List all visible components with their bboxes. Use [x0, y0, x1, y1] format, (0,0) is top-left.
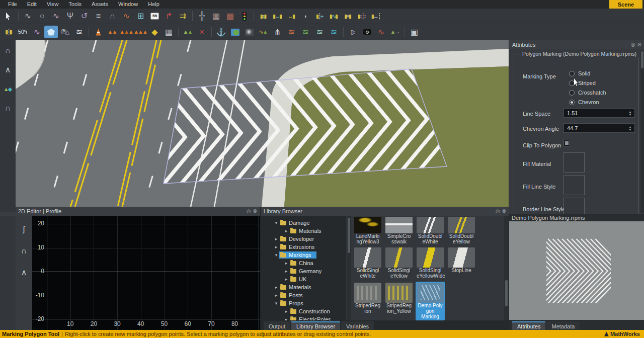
- tree-item-germany[interactable]: ▸Germany: [261, 267, 346, 275]
- lidar-tool[interactable]: ∿▲: [257, 26, 270, 38]
- lane-height-tool[interactable]: ▮↕┊↕: [355, 10, 369, 23]
- scrollbar-thumb[interactable]: [641, 51, 643, 68]
- panel-float-icon[interactable]: ◎: [496, 209, 500, 214]
- viewport-3d[interactable]: [16, 40, 509, 207]
- asset-tile[interactable]: StripedRegion: [353, 282, 382, 315]
- chevron-angle-field[interactable]: ▲ ▼: [564, 123, 635, 133]
- cone-tool[interactable]: [92, 26, 105, 38]
- point-graph-tool[interactable]: ⋔: [271, 26, 284, 38]
- crosswalk-road-tool[interactable]: ≡: [92, 10, 105, 23]
- curb-tool[interactable]: ◗: [299, 10, 312, 23]
- menu-help[interactable]: Help: [143, 0, 165, 9]
- export-scene-tool[interactable]: ▲→: [388, 26, 402, 38]
- lane-width-tool[interactable]: ▮↕▮: [257, 10, 270, 23]
- layers-terrain-tool[interactable]: ≋: [299, 26, 312, 38]
- chevron-angle-spinner[interactable]: ▲ ▼: [627, 124, 633, 132]
- radio-button[interactable]: [569, 100, 575, 105]
- lane-span-tool[interactable]: ▮↔▮: [271, 10, 284, 23]
- attributes-scrollbar[interactable]: [640, 50, 644, 213]
- panel-close-icon[interactable]: ⊗: [637, 42, 641, 47]
- lane-marking-tool[interactable]: ▮┊▮: [2, 26, 16, 38]
- layers-pin-tool[interactable]: ≋: [327, 26, 341, 38]
- tree-item-extrusions[interactable]: ▸Extrusions: [261, 243, 346, 251]
- anchor-tool[interactable]: ⚓: [214, 26, 228, 38]
- road-duplicate-tool[interactable]: ⊞: [134, 10, 147, 23]
- chevron-down-icon[interactable]: ▾: [274, 301, 279, 306]
- menu-tools[interactable]: Tools: [63, 0, 87, 9]
- asset-tile[interactable]: SolidSingleYellowWide: [416, 246, 445, 280]
- lane-crossing-tool[interactable]: ▮×▮: [341, 10, 355, 23]
- marking-type-option-crosshatch[interactable]: Crosshatch: [569, 89, 606, 96]
- tree-item-markings[interactable]: ▾Markings: [261, 251, 346, 259]
- line-space-spinner[interactable]: ▲ ▼: [627, 109, 633, 117]
- marking-type-option-chevron[interactable]: Chevron: [569, 99, 599, 106]
- profile-arc2-tool[interactable]: ∩: [2, 103, 14, 114]
- display-tool[interactable]: ▣: [408, 26, 421, 38]
- lane-chop-tool[interactable]: ↱: [162, 10, 176, 23]
- speed-limit-sign-tool[interactable]: 55: [148, 10, 162, 23]
- asset-tile[interactable]: SimpleCrosswalk: [384, 216, 414, 245]
- lane-connect-tool[interactable]: ⇉: [176, 10, 190, 23]
- profile-angle-tool[interactable]: ∧: [2, 64, 14, 75]
- asset-tile[interactable]: StripedRegion_Yellow: [384, 282, 414, 315]
- chevron-right-icon[interactable]: ▸: [284, 261, 289, 266]
- road-plan-tool[interactable]: ∿: [21, 10, 35, 23]
- asset-tile[interactable]: SolidSingleYellow: [384, 246, 414, 280]
- border-line-style-swatch[interactable]: [564, 198, 585, 214]
- elevation-map-tool[interactable]: [243, 26, 256, 38]
- chevron-right-icon[interactable]: ▸: [274, 244, 279, 249]
- prop-utilities-tool[interactable]: ×: [195, 26, 209, 38]
- scrollbar-thumb[interactable]: [505, 280, 508, 306]
- menu-edit[interactable]: Edit: [22, 0, 42, 9]
- cone-pair-tool[interactable]: ▲▲: [106, 26, 119, 38]
- junction-style-tool[interactable]: ▩: [223, 10, 237, 23]
- asset-tile[interactable]: SolidSingleWhite: [353, 246, 382, 280]
- road-fork-tool[interactable]: Ψ: [63, 10, 77, 23]
- spline-road-tool[interactable]: ∿: [49, 10, 63, 23]
- lane-add-tool[interactable]: ▮┊+: [313, 10, 327, 23]
- polygon-marking-tool[interactable]: [44, 26, 58, 38]
- select-tool[interactable]: [2, 10, 16, 23]
- cone-group-tool[interactable]: ▲▲▲: [120, 26, 133, 38]
- fill-line-style-swatch[interactable]: [564, 175, 585, 195]
- tab-attributes[interactable]: Attributes: [512, 321, 545, 330]
- radio-button[interactable]: [569, 80, 575, 86]
- chevron-right-icon[interactable]: ▸: [284, 309, 289, 314]
- barrier-row-tool[interactable]: ▲▲▲: [134, 26, 147, 38]
- layers-node-tool[interactable]: ≋: [313, 26, 327, 38]
- asset-tile[interactable]: SolidDoubleWhite: [416, 216, 445, 245]
- lane-form-tool[interactable]: ▮∿▮: [327, 10, 341, 23]
- tree-item-construction[interactable]: ▸Construction: [261, 307, 346, 315]
- tree-item-developer[interactable]: ▸Developer: [261, 235, 346, 243]
- asset-tile[interactable]: Demo Polygon Marking: [416, 282, 445, 320]
- lane-offset-tool[interactable]: ↔▮: [285, 10, 298, 23]
- crosswalk-marking-tool[interactable]: ≋: [72, 26, 86, 38]
- chevron-down-icon[interactable]: ▾: [274, 220, 279, 225]
- chevron-right-icon[interactable]: ▸: [284, 277, 289, 282]
- asset-grid-scrollbar[interactable]: [504, 216, 509, 320]
- road-style-tool[interactable]: ∿: [120, 10, 133, 23]
- profile-arc-tool[interactable]: ∩: [2, 45, 14, 56]
- menu-file[interactable]: File: [3, 0, 22, 9]
- panel-close-icon[interactable]: ⊗: [502, 209, 506, 214]
- asset-tile[interactable]: SolidDoubleYellow: [447, 216, 476, 245]
- chevron-right-icon[interactable]: ▸: [284, 269, 289, 274]
- tree-item-materials[interactable]: ▸Materials: [261, 227, 346, 235]
- chevron-angle-input[interactable]: [564, 125, 626, 131]
- tab-output[interactable]: Output: [264, 321, 290, 330]
- profile-chart[interactable]: 20100-10-201020304050607080: [32, 216, 260, 330]
- line-space-field[interactable]: ▲ ▼: [564, 108, 635, 118]
- menu-view[interactable]: View: [42, 0, 64, 9]
- measure-tool[interactable]: ▯↕: [346, 26, 360, 38]
- circle-road-tool[interactable]: ○: [35, 10, 49, 23]
- menu-window[interactable]: Window: [113, 0, 143, 9]
- marking-type-option-striped[interactable]: Striped: [569, 79, 596, 87]
- tree-item-posts[interactable]: ▸Posts: [261, 291, 346, 299]
- chevron-right-icon[interactable]: ▸: [274, 236, 279, 241]
- marking-span-tool[interactable]: ▮↔┊: [369, 10, 383, 23]
- spin-down-icon[interactable]: ▼: [628, 113, 632, 116]
- scene-button[interactable]: Scene: [609, 0, 642, 9]
- bridge-tool[interactable]: ∩: [106, 10, 119, 23]
- terrain-tool[interactable]: ▲▲: [181, 26, 195, 38]
- chevron-right-icon[interactable]: ▸: [284, 317, 289, 320]
